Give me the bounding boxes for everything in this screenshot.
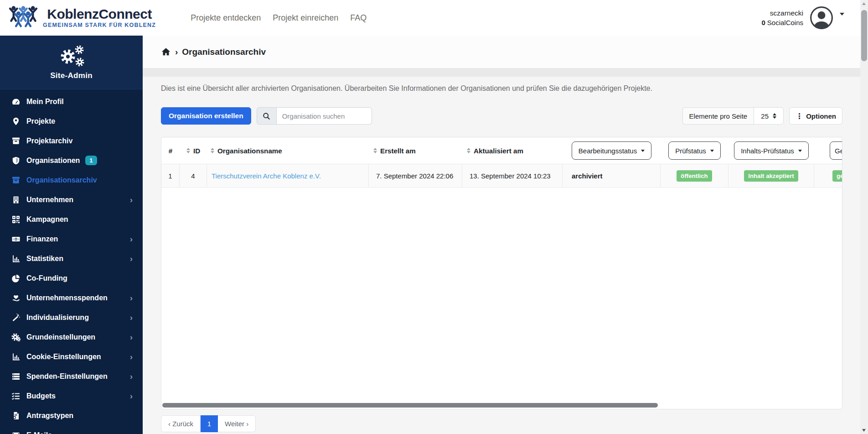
magic-wand-icon <box>11 313 21 322</box>
row-edit-status-cell: archiviert <box>563 164 661 188</box>
sidebar-item-unternehmen[interactable]: Unternehmen› <box>0 190 143 209</box>
sidebar-item-kampagnen[interactable]: Kampagnen <box>0 209 143 229</box>
nav-link-projekt-einreichen[interactable]: Projekt einreichen <box>273 13 338 23</box>
brand-subtitle: GEMEINSAM STARK FÜR KOBLENZ <box>43 22 156 28</box>
horizontal-scrollbar[interactable] <box>162 403 841 408</box>
sidebar-menu: Mein ProfilProjekteProjektarchivOrganisa… <box>0 89 143 434</box>
sidebar-item-label: Projekte <box>26 117 55 125</box>
row-content-status-cell: Inhalt akzeptiert <box>728 164 814 188</box>
check-status-filter-button[interactable]: Prüfstatus <box>668 141 721 160</box>
row-check-status-cell: öffentlich <box>661 164 728 188</box>
edit-status-filter-button[interactable]: Bearbeitungsstatus <box>572 141 651 160</box>
column-header-name[interactable]: Organisationsname <box>207 137 369 164</box>
count-badge: 1 <box>85 156 97 166</box>
create-organisation-button[interactable]: Organisation erstellen <box>161 107 251 125</box>
user-text: sczarnecki 0SocialCoins <box>761 9 803 26</box>
sidebar-item-spenden-einstellungen[interactable]: Spenden-Einstellungen› <box>0 366 143 386</box>
organisation-link[interactable]: Tierschutzverein Arche Koblenz e.V. <box>212 172 321 180</box>
sidebar: Site-Admin Mein ProfilProjekteProjektarc… <box>0 36 143 434</box>
pagination-prev-button[interactable]: ‹ Zurück <box>161 415 201 432</box>
column-header-edit-status: Bearbeitungsstatus <box>563 137 661 164</box>
top-header: KoblenzConnect GEMEINSAM STARK FÜR KOBLE… <box>0 0 868 36</box>
sort-icon[interactable] <box>467 148 470 153</box>
sidebar-item-individualisierung[interactable]: Individualisierung› <box>0 308 143 327</box>
sidebar-item-mein-profil[interactable]: Mein Profil <box>0 92 143 111</box>
sidebar-item-cookie-einstellungen[interactable]: Cookie-Einstellungen› <box>0 347 143 366</box>
sidebar-item-label: Co-Funding <box>26 274 67 282</box>
sort-icon[interactable] <box>211 148 214 153</box>
sort-icon[interactable] <box>186 148 190 153</box>
sidebar-item-label: Statistiken <box>26 255 63 263</box>
column-header-updated[interactable]: Aktualisiert am <box>462 137 563 164</box>
nav-link-projekte-entdecken[interactable]: Projekte entdecken <box>191 13 261 23</box>
row-approval-status-cell: gen <box>814 164 842 188</box>
user-menu[interactable]: sczarnecki 0SocialCoins <box>761 6 844 30</box>
toolbar: Organisation erstellen Elemente pro Seit… <box>161 107 842 125</box>
sidebar-item-budgets[interactable]: Budgets› <box>0 386 143 406</box>
sidebar-item-unternehmensspenden[interactable]: Unternehmensspenden› <box>0 288 143 308</box>
socialcoins: 0SocialCoins <box>761 19 803 26</box>
sidebar-item-label: Finanzen <box>26 235 58 243</box>
sort-icon[interactable] <box>373 148 377 153</box>
sidebar-item-finanzen[interactable]: Finanzen› <box>0 229 143 249</box>
per-page-select[interactable]: 25 <box>754 107 784 125</box>
column-header-check-status: Prüfstatus <box>661 137 728 164</box>
sidebar-item-label: Spenden-Einstellungen <box>26 372 108 381</box>
sidebar-item-label: Antragstypen <box>26 412 73 420</box>
sidebar-item-co-funding[interactable]: Co-Funding <box>0 268 143 288</box>
per-page-label: Elemente pro Seite <box>682 107 754 125</box>
scroll-up-arrow-icon[interactable] <box>862 2 866 5</box>
options-button[interactable]: ⋮ Optionen <box>789 107 842 125</box>
sidebar-header: Site-Admin <box>0 36 143 89</box>
qr-grid-icon <box>11 215 21 224</box>
avatar-icon[interactable] <box>810 6 833 30</box>
column-header-id[interactable]: ID <box>180 137 207 164</box>
search-input[interactable] <box>276 107 372 125</box>
pagination-page-1-button[interactable]: 1 <box>201 415 218 432</box>
chevron-right-icon: › <box>130 313 133 322</box>
sidebar-item-antragstypen[interactable]: Antragstypen <box>0 406 143 425</box>
sidebar-item-grundeinstellungen[interactable]: Grundeinstellungen› <box>0 327 143 347</box>
sidebar-item-statistiken[interactable]: Statistiken› <box>0 249 143 268</box>
sidebar-item-organisationsarchiv[interactable]: Organisationsarchiv <box>0 170 143 190</box>
brand-logo[interactable]: KoblenzConnect GEMEINSAM STARK FÜR KOBLE… <box>0 5 156 30</box>
per-page-group: Elemente pro Seite 25 <box>682 107 784 125</box>
sidebar-item-organisationen[interactable]: Organisationen1 <box>0 151 143 170</box>
brand-text: KoblenzConnect GEMEINSAM STARK FÜR KOBLE… <box>43 7 156 28</box>
envelope-icon <box>11 431 21 434</box>
vertical-scrollbar[interactable] <box>860 0 868 434</box>
approval-status-filter-button[interactable]: Ge <box>830 141 842 160</box>
row-id-cell: 4 <box>180 164 207 188</box>
table-row: 1 4 Tierschutzverein Arche Koblenz e.V. … <box>161 164 842 188</box>
column-header-created[interactable]: Erstellt am <box>369 137 462 164</box>
column-header-content-status: Inhalts-Prüfstatus <box>728 137 814 164</box>
content-status-filter-button[interactable]: Inhalts-Prüfstatus <box>734 141 809 160</box>
chevron-right-icon: › <box>130 235 133 243</box>
chevron-right-icon: › <box>130 352 133 361</box>
header-divider <box>143 68 860 77</box>
list-check-icon <box>11 392 21 401</box>
people-logo-icon <box>8 5 38 30</box>
horizontal-scrollbar-thumb[interactable] <box>162 403 658 408</box>
row-created-cell: 7. September 2024 22:06 <box>369 164 462 188</box>
sidebar-item-label: Unternehmen <box>26 196 73 204</box>
brand-title: KoblenzConnect <box>47 7 152 21</box>
hand-heart-icon <box>11 293 21 303</box>
nav-link-faq[interactable]: FAQ <box>350 13 367 23</box>
tachometer-icon <box>11 97 21 106</box>
scroll-down-arrow-icon[interactable] <box>862 429 866 432</box>
sidebar-item-e-mails[interactable]: E-Mails› <box>0 425 143 434</box>
vertical-scrollbar-thumb[interactable] <box>861 10 867 61</box>
sidebar-item-label: E-Mails <box>26 431 52 434</box>
sidebar-item-label: Mein Profil <box>26 98 64 106</box>
socialcoins-value: 0 <box>761 19 765 26</box>
sidebar-item-label: Individualisierung <box>26 314 89 322</box>
pagination-next-button[interactable]: Weiter › <box>218 415 256 432</box>
sidebar-item-projektarchiv[interactable]: Projektarchiv <box>0 131 143 151</box>
status-badge: Inhalt akzeptiert <box>744 170 798 182</box>
home-icon[interactable] <box>161 47 171 57</box>
sidebar-item-projekte[interactable]: Projekte <box>0 111 143 131</box>
status-badge: öffentlich <box>677 170 712 182</box>
column-header-index: # <box>161 137 180 164</box>
sidebar-title: Site-Admin <box>50 71 93 80</box>
